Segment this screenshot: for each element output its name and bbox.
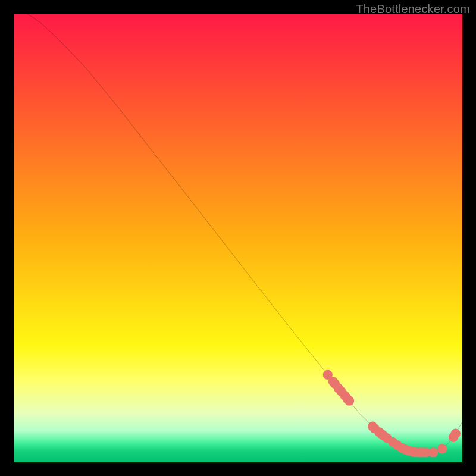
chart-stage: TheBottlenecker.com bbox=[0, 0, 476, 476]
bottleneck-chart bbox=[14, 14, 462, 462]
fit-point bbox=[428, 447, 438, 457]
plot-area bbox=[14, 14, 462, 462]
fit-point bbox=[451, 429, 461, 439]
fit-point bbox=[345, 396, 354, 406]
fit-point bbox=[437, 444, 447, 453]
